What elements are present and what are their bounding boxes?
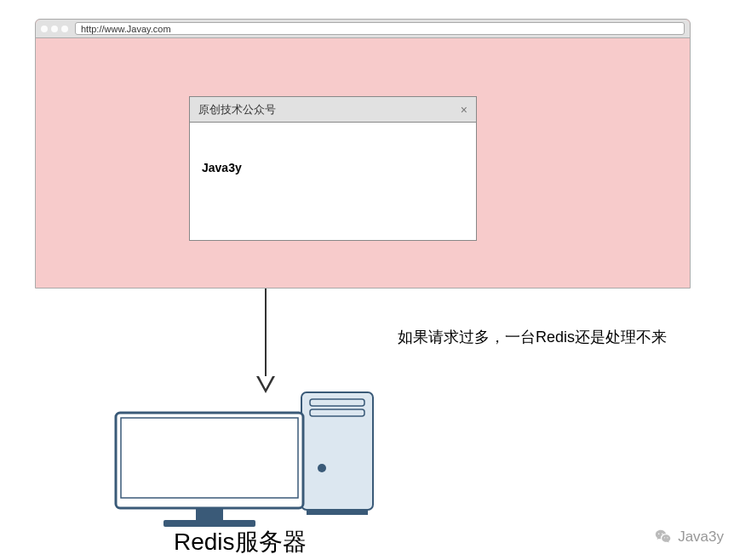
dialog-body: Java3y <box>190 123 476 213</box>
traffic-light-green <box>61 26 68 32</box>
server-label: Redis服务器 <box>174 526 307 558</box>
traffic-light-yellow <box>51 26 58 32</box>
svg-rect-4 <box>307 510 368 515</box>
annotation-text: 如果请求过多，一台Redis还是处理不来 <box>398 327 667 347</box>
watermark-text: Java3y <box>678 529 724 546</box>
computer-icon <box>111 387 383 532</box>
dialog-header: 原创技术公众号 × <box>190 97 476 123</box>
svg-point-3 <box>318 464 326 472</box>
svg-rect-7 <box>196 508 223 520</box>
dialog-title: 原创技术公众号 <box>198 102 276 117</box>
svg-rect-6 <box>121 418 298 498</box>
wechat-icon <box>654 528 673 546</box>
traffic-lights <box>41 26 68 32</box>
close-icon[interactable]: × <box>461 103 467 117</box>
watermark: Java3y <box>654 528 724 546</box>
url-bar: http://www.Javay.com <box>75 22 685 35</box>
dialog-window: 原创技术公众号 × Java3y <box>189 96 477 241</box>
browser-window: http://www.Javay.com 原创技术公众号 × Java3y <box>35 19 691 289</box>
browser-titlebar: http://www.Javay.com <box>36 20 690 38</box>
arrow-line <box>265 289 267 380</box>
traffic-light-red <box>41 26 48 32</box>
